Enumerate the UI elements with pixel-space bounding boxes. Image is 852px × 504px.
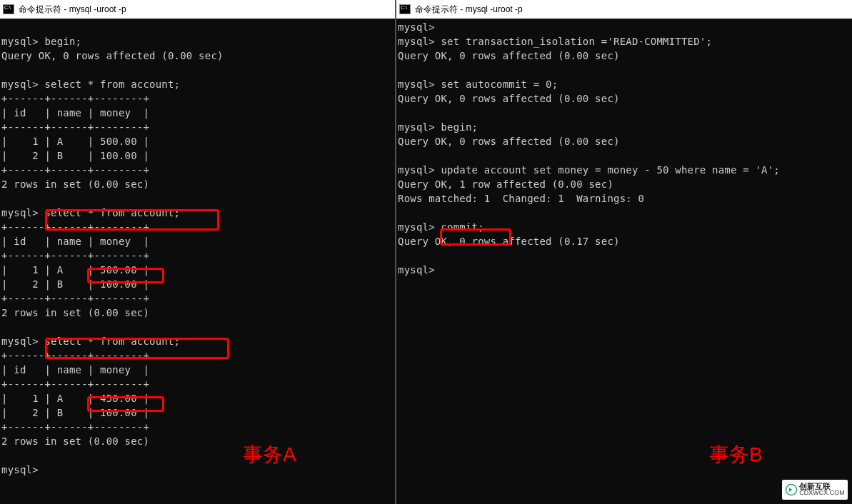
table-row: | 2 | B | 100.00 | [1, 407, 149, 418]
result-ok: Query OK, 0 rows affected (0.00 sec) [398, 93, 620, 104]
terminal-output-left[interactable]: mysql> begin; Query OK, 0 rows affected … [0, 19, 395, 478]
titlebar-left[interactable]: 命令提示符 - mysql -uroot -p [0, 0, 395, 19]
blank-line [398, 64, 404, 76]
result-ok: Query OK, 0 rows affected (0.00 sec) [1, 50, 224, 61]
cmd-commit: mysql> commit; [398, 221, 484, 233]
title-text-right: 命令提示符 - mysql -uroot -p [415, 4, 523, 16]
titlebar-right[interactable]: 命令提示符 - mysql -uroot -p [396, 0, 852, 19]
watermark-text: 创新互联 CDXWCX.COM [799, 483, 845, 496]
cmd-set-autocommit: mysql> set autocommit = 0; [398, 79, 558, 90]
blank-line [398, 107, 404, 119]
table-sep: +------+------+--------+ [1, 164, 149, 176]
blank-line [1, 321, 8, 333]
cmd-begin: mysql> begin; [398, 121, 478, 133]
table-sep: +------+------+--------+ [1, 93, 149, 104]
table-sep: +------+------+--------+ [1, 421, 149, 433]
table-row: | 1 | A | 450.00 | [1, 393, 149, 404]
result-ok-1row: Query OK, 1 row affected (0.00 sec) [398, 178, 613, 190]
rows-msg: 2 rows in set (0.00 sec) [1, 307, 149, 318]
cmd-select-3: mysql> select * from account; [1, 336, 180, 347]
table-sep: +------+------+--------+ [1, 293, 149, 304]
terminal-output-right[interactable]: mysql> mysql> set transaction_isolation … [396, 19, 852, 278]
cmd-icon [399, 4, 411, 14]
blank-line [398, 207, 404, 218]
table-row: | 2 | B | 100.00 | [1, 278, 149, 290]
prompt: mysql> [398, 21, 435, 33]
table-sep: +------+------+--------+ [1, 121, 149, 133]
result-ok-017: Query OK, 0 rows affected (0.17 sec) [398, 236, 620, 247]
table-sep: +------+------+--------+ [1, 350, 149, 361]
rows-msg: 2 rows in set (0.00 sec) [1, 178, 149, 190]
prompt: mysql> [398, 264, 435, 276]
cmd-set-isolation: mysql> set transaction_isolation ='READ-… [398, 36, 712, 47]
watermark-logo: 创新互联 CDXWCX.COM [782, 480, 848, 500]
table-header: | id | name | money | [1, 364, 149, 376]
terminal-pane-right: 命令提示符 - mysql -uroot -p mysql> mysql> se… [396, 0, 852, 504]
blank-line [398, 250, 404, 261]
cmd-select-1: mysql> select * from account; [1, 79, 180, 90]
rows-msg: 2 rows in set (0.00 sec) [1, 435, 149, 447]
table-header: | id | name | money | [1, 107, 149, 119]
table-row: | 1 | A | 500.00 | [1, 264, 149, 276]
rows-matched: Rows matched: 1 Changed: 1 Warnings: 0 [398, 193, 644, 204]
cmd-begin: mysql> begin; [1, 36, 81, 47]
blank-line [1, 21, 8, 33]
table-sep: +------+------+--------+ [1, 378, 149, 390]
label-transaction-a: 事务A [243, 441, 296, 468]
label-transaction-b: 事务B [709, 441, 763, 468]
table-header: | id | name | money | [1, 236, 149, 247]
blank-line [1, 450, 8, 461]
cmd-update: mysql> update account set money = money … [398, 164, 780, 176]
table-row: | 1 | A | 500.00 | [1, 136, 149, 147]
watermark-icon [785, 483, 798, 496]
table-sep: +------+------+--------+ [1, 250, 149, 261]
prompt: mysql> [1, 464, 39, 475]
blank-line [1, 193, 8, 204]
table-sep: +------+------+--------+ [1, 221, 149, 233]
title-text-left: 命令提示符 - mysql -uroot -p [19, 4, 126, 16]
result-ok: Query OK, 0 rows affected (0.00 sec) [398, 136, 620, 147]
terminal-pane-left: 命令提示符 - mysql -uroot -p mysql> begin; Qu… [0, 0, 396, 504]
table-row: | 2 | B | 100.00 | [1, 150, 149, 161]
blank-line [398, 150, 404, 161]
cmd-icon [3, 4, 14, 14]
cmd-select-2: mysql> select * from account; [1, 207, 180, 218]
blank-line [1, 64, 8, 76]
result-ok: Query OK, 0 rows affected (0.00 sec) [398, 50, 620, 61]
